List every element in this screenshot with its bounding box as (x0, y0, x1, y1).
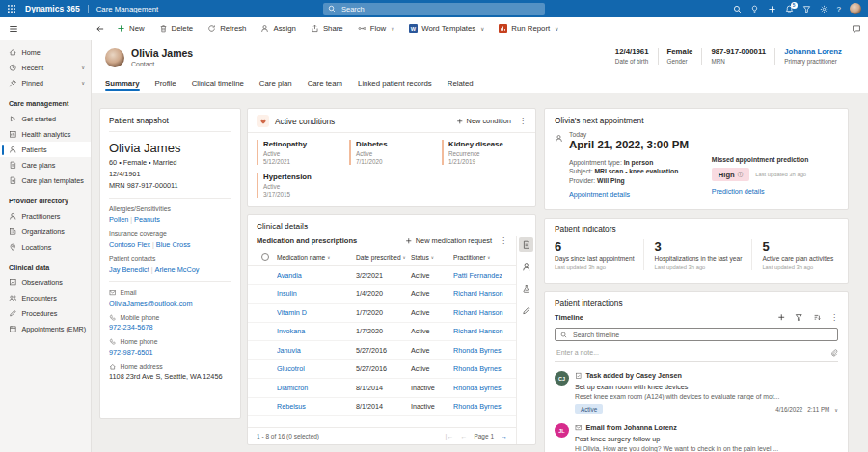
chevron-down-icon[interactable]: ∨ (834, 407, 838, 412)
mobile-phone-link[interactable]: 972-234-5678 (109, 323, 231, 332)
practitioner-link[interactable]: Richard Hanson (453, 327, 510, 335)
timeline-search[interactable] (555, 328, 838, 341)
global-search-input[interactable] (339, 4, 540, 14)
practitioner-link[interactable]: Patti Fernandez (453, 271, 510, 279)
insurance-link[interactable]: Blue Cross (156, 240, 191, 249)
sidebar-item-appointments-emr[interactable]: Appointments (EMR) (0, 321, 91, 336)
info-icon[interactable]: ⓘ (738, 172, 744, 178)
chevron-down-icon[interactable]: ∨ (81, 80, 85, 86)
tab-related[interactable]: Related (448, 79, 474, 93)
new-button[interactable]: New (117, 24, 145, 33)
sidebar-item-get-started[interactable]: Get started (0, 111, 91, 126)
sidebar-item-patients[interactable]: Patients (0, 142, 91, 157)
add-icon[interactable] (777, 313, 786, 322)
chevron-down-icon[interactable]: ∨ (81, 65, 85, 70)
flow-button[interactable]: Flow ∨ (358, 24, 395, 33)
sidebar-item-care-plan-templates[interactable]: Care plan templates (0, 173, 91, 188)
sidebar-item-care-plans[interactable]: Care plans (0, 157, 91, 173)
condition-item[interactable]: Kidney disease Recurrence 1/21/2019 (442, 140, 527, 165)
sidebar-item-practitioners[interactable]: Practitioners (0, 208, 91, 224)
column-practitioner[interactable]: Practitioner∨ (453, 254, 510, 261)
prediction-details-link[interactable]: Prediction details (712, 187, 838, 196)
condition-item[interactable]: Diabetes Active 7/11/2020 (349, 140, 434, 165)
tab-summary[interactable]: Summary (105, 79, 140, 93)
feedback-icon[interactable] (852, 24, 868, 34)
medication-link[interactable]: Glucotrol (277, 364, 356, 373)
lightbulb-icon[interactable] (750, 5, 759, 13)
sidebar-item-locations[interactable]: Locations (0, 239, 91, 254)
assign-button[interactable]: Assign (260, 24, 295, 33)
note-composer[interactable] (555, 348, 838, 362)
practitioner-link[interactable]: Richard Hanson (453, 308, 510, 317)
appointment-details-link[interactable]: Appointment details (569, 190, 712, 199)
allergy-link[interactable]: Pollen (109, 215, 128, 224)
waffle-icon[interactable] (0, 4, 23, 13)
tab-linked-patient-records[interactable]: Linked patient records (358, 79, 432, 93)
refresh-button[interactable]: Refresh (207, 24, 246, 33)
condition-item[interactable]: Hypertension Active 3/17/2015 (257, 173, 341, 198)
delete-button[interactable]: Delete (159, 24, 194, 33)
sidebar-item-recent[interactable]: Recent ∨ (0, 60, 91, 75)
column-status[interactable]: Status∨ (411, 254, 453, 261)
paperclip-icon[interactable] (830, 349, 838, 357)
select-all-checkbox[interactable] (261, 253, 269, 261)
insurance-link[interactable]: Contoso Flex (109, 240, 150, 249)
rail-procedures-button[interactable] (519, 304, 533, 318)
notifications-button[interactable]: 5 (785, 5, 794, 13)
global-search[interactable] (323, 3, 545, 15)
sidebar-item-pinned[interactable]: Pinned ∨ (0, 75, 91, 91)
medication-link[interactable]: Insulin (277, 289, 356, 298)
run-report-button[interactable]: Run Report ∨ (499, 24, 558, 33)
practitioner-link[interactable]: Rhonda Byrnes (453, 364, 510, 373)
sidebar-item-health-analytics[interactable]: Health analytics (0, 126, 91, 142)
tab-profile[interactable]: Profile (155, 79, 176, 93)
medication-link[interactable]: Avandia (277, 271, 356, 279)
tab-care-plan[interactable]: Care plan (259, 79, 292, 93)
filter-icon[interactable] (795, 313, 803, 322)
medication-link[interactable]: Diamicron (277, 384, 356, 392)
user-avatar[interactable] (850, 3, 861, 14)
more-options-icon[interactable]: ⋮ (500, 237, 507, 245)
timeline-entry[interactable]: CJ Task added by Casey Jensen Set up exa… (555, 371, 838, 414)
menu-icon[interactable] (0, 24, 92, 34)
medication-link[interactable]: Rebelsus (277, 402, 356, 411)
practitioner-link[interactable]: Johanna Lorenz (784, 47, 842, 56)
share-button[interactable]: Share (311, 24, 343, 33)
timeline-entry[interactable]: JL Email from Johanna Lorenz Post knee s… (555, 423, 838, 452)
tab-clinical-timeline[interactable]: Clinical timeline (192, 79, 244, 93)
note-input[interactable] (555, 348, 830, 357)
practitioner-link[interactable]: Rhonda Byrnes (453, 384, 510, 392)
column-date-prescribed[interactable]: Date prescribed∨ (356, 254, 411, 261)
home-phone-link[interactable]: 972-987-6501 (109, 348, 231, 357)
condition-item[interactable]: Retinopathy Active 5/12/2021 (257, 140, 341, 165)
email-link[interactable]: OliviaJames@outlook.com (109, 299, 231, 307)
rail-practitioners-button[interactable] (519, 259, 533, 274)
sidebar-item-organizations[interactable]: Organizations (0, 224, 91, 239)
gear-icon[interactable] (820, 5, 828, 13)
sidebar-item-encounters[interactable]: Encounters (0, 290, 91, 306)
word-templates-button[interactable]: W Word Templates ∨ (409, 24, 484, 33)
first-page-icon[interactable]: |← (446, 433, 454, 439)
medication-link[interactable]: Invokana (277, 327, 356, 335)
sidebar-item-home[interactable]: Home (0, 44, 91, 60)
new-medication-request-button[interactable]: New medication request (405, 236, 492, 245)
practitioner-link[interactable]: Rhonda Byrnes (453, 402, 510, 411)
next-page-icon[interactable]: → (501, 433, 507, 439)
timeline-search-input[interactable] (571, 331, 832, 339)
new-condition-button[interactable]: New condition (456, 117, 511, 125)
rail-medications-button[interactable] (519, 237, 533, 252)
rail-labs-button[interactable] (519, 281, 533, 296)
back-button[interactable] (95, 24, 105, 34)
contact-link[interactable]: Jay Benedict (109, 265, 149, 274)
tab-care-team[interactable]: Care team (308, 79, 342, 93)
column-medication-name[interactable]: Medication name∨ (277, 254, 356, 261)
add-icon[interactable] (768, 5, 776, 13)
sidebar-item-observations[interactable]: Observations (0, 275, 91, 290)
sort-icon[interactable] (813, 313, 822, 322)
practitioner-link[interactable]: Rhonda Byrnes (453, 346, 510, 355)
contact-link[interactable]: Arlene McCoy (155, 265, 200, 274)
help-icon[interactable]: ? (837, 5, 841, 13)
more-options-icon[interactable]: ⋮ (830, 314, 838, 322)
medication-link[interactable]: Januvia (277, 346, 356, 355)
previous-page-icon[interactable]: ← (460, 433, 467, 439)
